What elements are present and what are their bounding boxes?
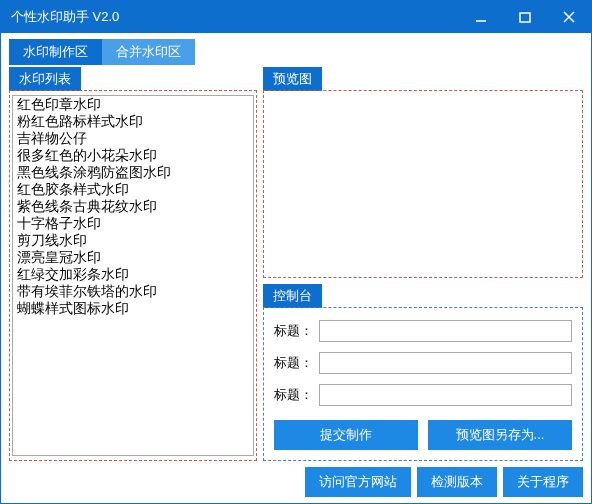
list-item[interactable]: 红色胶条样式水印 (13, 181, 253, 198)
form-row-1: 标题： (274, 320, 572, 342)
list-item[interactable]: 剪刀线水印 (13, 232, 253, 249)
right-panel: 预览图 控制台 标题： 标题： (263, 67, 583, 461)
control-panel: 标题： 标题： 标题： 提交制作 预览图另 (266, 310, 580, 456)
titlebar: 个性水印助手 V2.0 (1, 1, 591, 33)
left-panel: 水印列表 红色印章水印粉红色路标样式水印吉祥物公仔很多红色的小花朵水印黑色线条涂… (9, 67, 257, 461)
titlebar-buttons (459, 1, 591, 33)
list-item[interactable]: 蝴蝶样式图标水印 (13, 300, 253, 317)
title-input-2[interactable] (319, 352, 572, 374)
close-button[interactable] (547, 1, 591, 33)
list-item[interactable]: 黑色线条涂鸦防盗图水印 (13, 164, 253, 181)
list-item[interactable]: 十字格子水印 (13, 215, 253, 232)
footer-buttons: 访问官方网站 检测版本 关于程序 (1, 467, 591, 504)
minimize-button[interactable] (459, 1, 503, 33)
maximize-button[interactable] (503, 1, 547, 33)
about-button[interactable]: 关于程序 (503, 467, 583, 497)
visit-site-button[interactable]: 访问官方网站 (305, 467, 411, 497)
list-container: 红色印章水印粉红色路标样式水印吉祥物公仔很多红色的小花朵水印黑色线条涂鸦防盗图水… (9, 90, 257, 461)
label-2: 标题： (274, 354, 313, 372)
submit-button[interactable]: 提交制作 (274, 420, 418, 450)
form-row-3: 标题： (274, 384, 572, 406)
window-title: 个性水印助手 V2.0 (11, 8, 459, 26)
tab-bar: 水印制作区 合并水印区 (1, 33, 591, 65)
list-header: 水印列表 (9, 67, 81, 91)
form-row-2: 标题： (274, 352, 572, 374)
list-item[interactable]: 带有埃菲尔铁塔的水印 (13, 283, 253, 300)
svg-rect-1 (520, 13, 530, 22)
tab-merge[interactable]: 合并水印区 (102, 39, 195, 65)
main-window: 个性水印助手 V2.0 水印制作区 合并水印区 水印列表 红色印章水印粉红色路标… (0, 0, 592, 504)
tab-make[interactable]: 水印制作区 (9, 39, 102, 65)
control-buttons: 提交制作 预览图另存为... (274, 420, 572, 450)
control-container: 标题： 标题： 标题： 提交制作 预览图另 (263, 307, 583, 461)
list-item[interactable]: 很多红色的小花朵水印 (13, 147, 253, 164)
list-item[interactable]: 紫色线条古典花纹水印 (13, 198, 253, 215)
preview-container (263, 90, 583, 278)
watermark-list[interactable]: 红色印章水印粉红色路标样式水印吉祥物公仔很多红色的小花朵水印黑色线条涂鸦防盗图水… (12, 95, 254, 456)
label-1: 标题： (274, 322, 313, 340)
list-item[interactable]: 红绿交加彩条水印 (13, 266, 253, 283)
list-item[interactable]: 红色印章水印 (13, 96, 253, 113)
check-version-button[interactable]: 检测版本 (417, 467, 497, 497)
title-input-1[interactable] (319, 320, 572, 342)
control-header: 控制台 (263, 284, 322, 308)
list-item[interactable]: 吉祥物公仔 (13, 130, 253, 147)
preview-header: 预览图 (263, 67, 322, 91)
content-area: 水印列表 红色印章水印粉红色路标样式水印吉祥物公仔很多红色的小花朵水印黑色线条涂… (1, 65, 591, 467)
title-input-3[interactable] (319, 384, 572, 406)
save-as-button[interactable]: 预览图另存为... (428, 420, 572, 450)
list-item[interactable]: 粉红色路标样式水印 (13, 113, 253, 130)
label-3: 标题： (274, 386, 313, 404)
preview-area (266, 93, 580, 273)
list-item[interactable]: 漂亮皇冠水印 (13, 249, 253, 266)
